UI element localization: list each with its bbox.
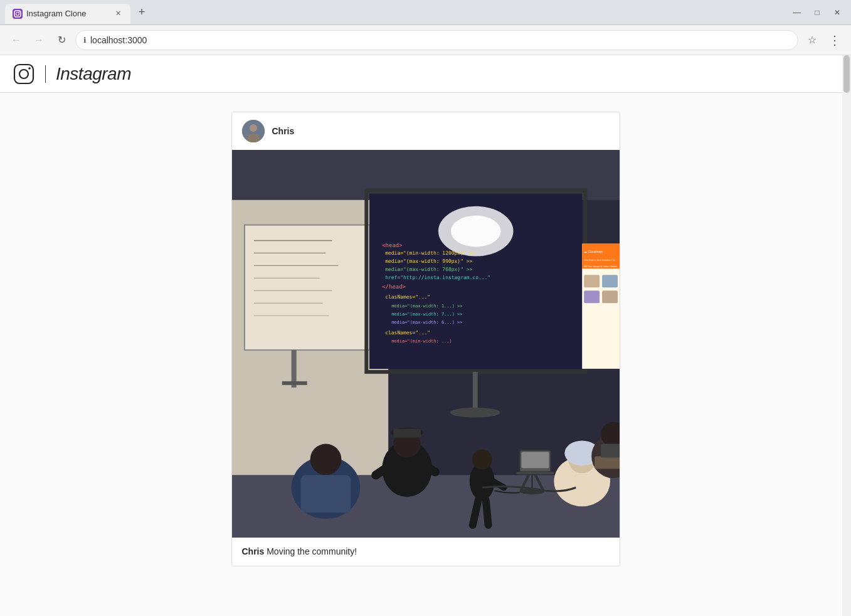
- svg-text:</head>: </head>: [382, 284, 406, 290]
- instagram-page: Instagram: [0, 55, 851, 607]
- caption-text: Moving the community!: [264, 546, 357, 556]
- svg-rect-77: [595, 456, 620, 469]
- address-url: localhost:3000: [90, 35, 790, 45]
- svg-rect-59: [393, 429, 421, 438]
- tab-favicon: [13, 9, 23, 19]
- svg-point-27: [450, 216, 500, 247]
- svg-point-7: [250, 124, 257, 132]
- bookmark-button[interactable]: ☆: [803, 31, 821, 49]
- post-caption: Chris Moving the community!: [232, 538, 620, 566]
- svg-rect-49: [584, 290, 600, 303]
- svg-point-41: [450, 408, 500, 418]
- post-card: Chris: [231, 112, 620, 566]
- svg-rect-50: [602, 290, 618, 303]
- ig-header-divider: [45, 65, 46, 83]
- svg-text:The End to End Solution For: The End to End Solution For: [584, 258, 616, 262]
- svg-text:media="(max-width: 7...) >>: media="(max-width: 7...) >>: [391, 312, 462, 317]
- svg-rect-64: [300, 475, 351, 512]
- window-controls: — □ ✕: [788, 4, 846, 21]
- svg-text:All Your Image & Video Needs: All Your Image & Video Needs: [584, 265, 617, 268]
- svg-point-4: [19, 70, 28, 78]
- svg-point-1: [16, 12, 19, 15]
- svg-text:media="(min-width: 1200px)" >>: media="(min-width: 1200px)" >>: [385, 250, 475, 256]
- svg-rect-71: [521, 452, 549, 468]
- svg-text:media="(min-width: ...): media="(min-width: ...): [391, 339, 452, 344]
- avatar: [242, 120, 265, 142]
- address-bar[interactable]: ℹ localhost:3000: [75, 30, 798, 50]
- svg-rect-3: [14, 65, 33, 83]
- svg-text:media="(max-width: 1...) >>: media="(max-width: 1...) >>: [391, 304, 462, 309]
- new-tab-button[interactable]: +: [133, 4, 151, 21]
- instagram-wordmark: Instagram: [56, 64, 131, 84]
- caption-username: Chris: [242, 546, 265, 556]
- svg-text:media="(max-width: 6...) >>: media="(max-width: 6...) >>: [391, 320, 462, 325]
- instagram-header: Instagram: [0, 55, 851, 93]
- browser-titlebar: Instagram Clone ✕ + — □ ✕: [0, 0, 851, 25]
- ig-logo-container: Instagram: [13, 63, 131, 85]
- minimize-button[interactable]: —: [788, 4, 806, 21]
- maximize-button[interactable]: □: [808, 4, 826, 21]
- browser-page: Instagram: [0, 55, 851, 616]
- post-image: <head> media="(min-width: 1200px)" >> me…: [232, 150, 620, 538]
- svg-rect-40: [472, 372, 477, 410]
- browser-frame: Instagram Clone ✕ + — □ ✕ ← → ↻ ℹ localh…: [0, 0, 851, 616]
- svg-text:media="(max-width: 768px)" >>: media="(max-width: 768px)" >>: [385, 267, 472, 272]
- svg-line-55: [485, 500, 488, 525]
- svg-text:clasNames="...": clasNames="...": [385, 294, 430, 300]
- svg-rect-13: [244, 225, 369, 350]
- svg-point-63: [310, 443, 341, 475]
- back-button[interactable]: ←: [8, 31, 25, 49]
- reload-button[interactable]: ↻: [53, 31, 70, 49]
- svg-text:<head>: <head>: [382, 242, 403, 248]
- svg-rect-78: [601, 443, 620, 457]
- browser-toolbar: ← → ↻ ℹ localhost:3000 ☆ ⋮: [0, 25, 851, 55]
- forward-button[interactable]: →: [30, 31, 48, 49]
- svg-point-2: [19, 11, 20, 13]
- close-button[interactable]: ✕: [828, 4, 846, 21]
- svg-point-52: [472, 449, 492, 469]
- menu-button[interactable]: ⋮: [826, 31, 843, 49]
- tab-title-text: Instagram Clone: [26, 9, 109, 18]
- svg-text:media="(max-width: 990px)" >>: media="(max-width: 990px)" >>: [385, 258, 472, 264]
- scrollbar-thumb[interactable]: [843, 55, 850, 93]
- post-username: Chris: [272, 126, 295, 136]
- svg-rect-48: [602, 275, 618, 287]
- address-info-icon: ℹ: [83, 36, 87, 45]
- scrollbar-track[interactable]: [842, 55, 851, 616]
- browser-tab[interactable]: Instagram Clone ✕: [5, 4, 130, 24]
- feed-container: Chris: [231, 112, 620, 566]
- post-header: Chris: [232, 112, 620, 150]
- svg-rect-47: [584, 275, 600, 287]
- svg-rect-72: [516, 472, 554, 474]
- svg-rect-22: [282, 381, 307, 385]
- svg-text:href="http://insta.instagram.c: href="http://insta.instagram.co...": [385, 275, 490, 280]
- svg-point-5: [28, 67, 31, 70]
- svg-text:☁ Cloudinary: ☁ Cloudinary: [584, 250, 603, 253]
- instagram-camera-icon: [13, 63, 35, 85]
- tab-close-button[interactable]: ✕: [113, 9, 123, 19]
- svg-text:clasNames="...": clasNames="...": [385, 330, 430, 336]
